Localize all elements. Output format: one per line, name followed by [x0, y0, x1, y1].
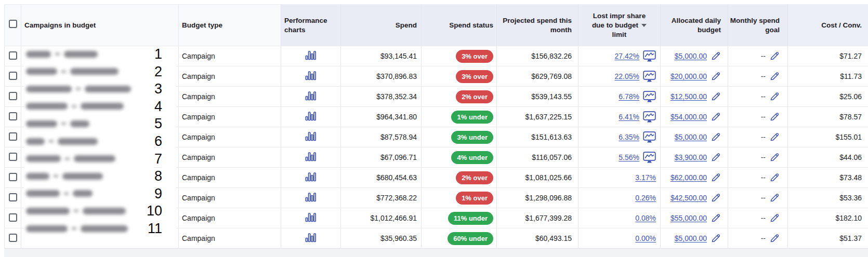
redacted-text-blob [26, 208, 70, 214]
redacted-text-blob [55, 53, 60, 55]
redacted-text-blob [64, 193, 69, 195]
redacted-campaign-name[interactable] [26, 207, 126, 214]
redacted-text-blob [26, 155, 61, 162]
annotation-number: 2 [154, 64, 162, 79]
annotation-number: 5 [154, 116, 162, 131]
redacted-text-blob [70, 68, 119, 75]
redacted-text-blob [26, 173, 49, 180]
redacted-text-blob [26, 225, 68, 232]
redacted-text-blob [74, 155, 115, 162]
redacted-text-blob [81, 103, 124, 110]
redacted-text-blob [26, 190, 60, 197]
redacted-text-blob [26, 103, 68, 110]
annotation-number: 10 [147, 203, 162, 219]
annotation-number: 8 [154, 168, 162, 184]
redacted-campaign-name[interactable] [26, 172, 103, 180]
annotation-number: 6 [154, 133, 162, 149]
redacted-text-blob [26, 86, 72, 92]
redacted-text-blob [85, 86, 131, 92]
redacted-campaign-name[interactable] [26, 103, 124, 110]
redacted-campaign-name[interactable] [26, 138, 98, 145]
redacted-text-blob [64, 51, 98, 58]
redacted-text-blob [72, 227, 76, 229]
redacted-campaign-name[interactable] [26, 190, 93, 197]
annotation-number: 7 [154, 151, 162, 167]
redacted-campaign-name[interactable] [26, 155, 115, 163]
budget-report-table-view: Campaigns in budget Budget type Performa… [0, 0, 868, 257]
redacted-campaign-name[interactable] [26, 120, 89, 127]
redacted-campaign-name[interactable] [26, 50, 98, 58]
redacted-campaign-name[interactable] [26, 68, 119, 75]
annotation-number: 1 [154, 46, 162, 62]
redacted-text-blob [73, 190, 93, 197]
annotation-number: 3 [154, 81, 162, 97]
redacted-text-blob [83, 208, 126, 214]
annotation-number: 11 [148, 221, 162, 236]
redacted-text-blob [62, 173, 103, 180]
redacted-text-blob [70, 120, 89, 127]
redacted-text-blob [72, 105, 76, 107]
redacted-text-blob [26, 120, 57, 127]
redacted-text-blob [61, 71, 66, 73]
redacted-text-blob [26, 51, 51, 58]
redacted-text-blob [54, 175, 58, 177]
redacted-campaign-name[interactable] [26, 225, 128, 232]
redacted-text-blob [26, 138, 45, 145]
redacted-text-blob [26, 68, 57, 75]
redacted-text-blob [76, 88, 81, 90]
redacted-text-blob [61, 123, 66, 125]
redacted-text-blob [49, 140, 54, 142]
redacted-campaign-name[interactable] [26, 85, 131, 92]
redacted-text-blob [74, 210, 78, 212]
annotation-number: 4 [154, 99, 162, 114]
redacted-text-blob [58, 138, 98, 145]
name-redaction-overlay: 1 2 3 4 5 6 7 8 [0, 0, 868, 257]
redacted-text-blob [81, 225, 128, 232]
redacted-text-blob [65, 158, 70, 160]
annotation-number: 9 [154, 186, 162, 201]
